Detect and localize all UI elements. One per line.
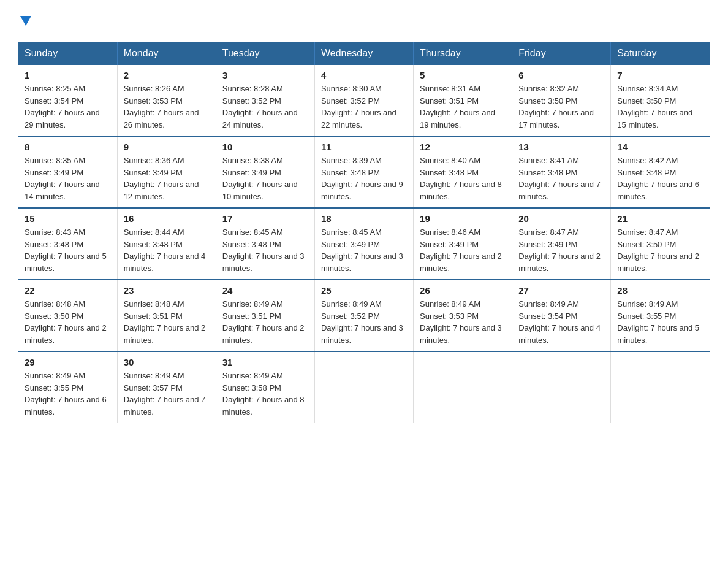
- day-number: 28: [617, 285, 703, 296]
- calendar-week-row: 22 Sunrise: 8:48 AM Sunset: 3:50 PM Dayl…: [18, 280, 710, 351]
- day-info: Sunrise: 8:49 AM Sunset: 3:53 PM Dayligh…: [420, 298, 506, 346]
- day-info: Sunrise: 8:49 AM Sunset: 3:55 PM Dayligh…: [617, 298, 703, 346]
- day-info: Sunrise: 8:30 AM Sunset: 3:52 PM Dayligh…: [321, 83, 407, 131]
- day-number: 13: [518, 142, 604, 152]
- day-of-week-header: Wednesday: [314, 42, 413, 65]
- day-number: 8: [25, 142, 111, 152]
- calendar-day-cell: 12 Sunrise: 8:40 AM Sunset: 3:48 PM Dayl…: [414, 136, 512, 208]
- day-info: Sunrise: 8:40 AM Sunset: 3:48 PM Dayligh…: [420, 155, 506, 202]
- day-info: Sunrise: 8:49 AM Sunset: 3:52 PM Dayligh…: [321, 298, 407, 346]
- day-info: Sunrise: 8:49 AM Sunset: 3:58 PM Dayligh…: [222, 370, 308, 418]
- day-info: Sunrise: 8:49 AM Sunset: 3:54 PM Dayligh…: [518, 298, 604, 346]
- day-number: 6: [518, 70, 604, 80]
- calendar-day-cell: 19 Sunrise: 8:46 AM Sunset: 3:49 PM Dayl…: [414, 208, 512, 280]
- calendar-day-cell: [611, 351, 710, 423]
- calendar-week-row: 8 Sunrise: 8:35 AM Sunset: 3:49 PM Dayli…: [18, 136, 710, 208]
- day-info: Sunrise: 8:44 AM Sunset: 3:48 PM Dayligh…: [124, 226, 210, 274]
- day-info: Sunrise: 8:49 AM Sunset: 3:57 PM Dayligh…: [124, 370, 210, 418]
- day-info: Sunrise: 8:32 AM Sunset: 3:50 PM Dayligh…: [518, 83, 604, 131]
- calendar-day-cell: 13 Sunrise: 8:41 AM Sunset: 3:48 PM Dayl…: [512, 136, 611, 208]
- day-number: 24: [222, 285, 308, 296]
- calendar-day-cell: 30 Sunrise: 8:49 AM Sunset: 3:57 PM Dayl…: [117, 351, 216, 423]
- calendar-header-row: SundayMondayTuesdayWednesdayThursdayFrid…: [18, 42, 710, 65]
- day-number: 25: [321, 285, 407, 296]
- calendar-day-cell: 11 Sunrise: 8:39 AM Sunset: 3:48 PM Dayl…: [314, 136, 413, 208]
- calendar-week-row: 1 Sunrise: 8:25 AM Sunset: 3:54 PM Dayli…: [18, 65, 710, 136]
- calendar-day-cell: 18 Sunrise: 8:45 AM Sunset: 3:49 PM Dayl…: [314, 208, 413, 280]
- day-info: Sunrise: 8:35 AM Sunset: 3:49 PM Dayligh…: [25, 155, 111, 202]
- day-number: 9: [124, 142, 210, 152]
- page-header: [18, 12, 710, 29]
- day-number: 12: [420, 142, 506, 152]
- day-of-week-header: Saturday: [611, 42, 710, 65]
- day-number: 3: [222, 70, 308, 80]
- calendar-table: SundayMondayTuesdayWednesdayThursdayFrid…: [18, 42, 710, 423]
- day-info: Sunrise: 8:49 AM Sunset: 3:51 PM Dayligh…: [222, 298, 308, 346]
- day-number: 19: [420, 213, 506, 224]
- day-of-week-header: Sunday: [18, 42, 117, 65]
- calendar-week-row: 15 Sunrise: 8:43 AM Sunset: 3:48 PM Dayl…: [18, 208, 710, 280]
- calendar-day-cell: 5 Sunrise: 8:31 AM Sunset: 3:51 PM Dayli…: [414, 65, 512, 136]
- calendar-day-cell: [414, 351, 512, 423]
- calendar-day-cell: 10 Sunrise: 8:38 AM Sunset: 3:49 PM Dayl…: [216, 136, 314, 208]
- calendar-day-cell: 26 Sunrise: 8:49 AM Sunset: 3:53 PM Dayl…: [414, 280, 512, 351]
- calendar-day-cell: 25 Sunrise: 8:49 AM Sunset: 3:52 PM Dayl…: [314, 280, 413, 351]
- logo-row1: [18, 12, 31, 29]
- logo-arrow-icon: [20, 12, 31, 29]
- day-number: 17: [222, 213, 308, 224]
- calendar-day-cell: 15 Sunrise: 8:43 AM Sunset: 3:48 PM Dayl…: [18, 208, 117, 280]
- calendar-day-cell: 20 Sunrise: 8:47 AM Sunset: 3:49 PM Dayl…: [512, 208, 611, 280]
- day-info: Sunrise: 8:41 AM Sunset: 3:48 PM Dayligh…: [518, 155, 604, 202]
- calendar-day-cell: 1 Sunrise: 8:25 AM Sunset: 3:54 PM Dayli…: [18, 65, 117, 136]
- day-info: Sunrise: 8:47 AM Sunset: 3:50 PM Dayligh…: [617, 226, 703, 274]
- day-number: 26: [420, 285, 506, 296]
- day-number: 7: [617, 70, 703, 80]
- calendar-day-cell: 22 Sunrise: 8:48 AM Sunset: 3:50 PM Dayl…: [18, 280, 117, 351]
- day-info: Sunrise: 8:42 AM Sunset: 3:48 PM Dayligh…: [617, 155, 703, 202]
- calendar-day-cell: 24 Sunrise: 8:49 AM Sunset: 3:51 PM Dayl…: [216, 280, 314, 351]
- day-number: 2: [124, 70, 210, 80]
- day-info: Sunrise: 8:28 AM Sunset: 3:52 PM Dayligh…: [222, 83, 308, 131]
- day-info: Sunrise: 8:31 AM Sunset: 3:51 PM Dayligh…: [420, 83, 506, 131]
- calendar-day-cell: 23 Sunrise: 8:48 AM Sunset: 3:51 PM Dayl…: [117, 280, 216, 351]
- day-number: 23: [124, 285, 210, 296]
- day-of-week-header: Monday: [117, 42, 216, 65]
- day-number: 14: [617, 142, 703, 152]
- day-number: 10: [222, 142, 308, 152]
- calendar-day-cell: 28 Sunrise: 8:49 AM Sunset: 3:55 PM Dayl…: [611, 280, 710, 351]
- calendar-day-cell: 3 Sunrise: 8:28 AM Sunset: 3:52 PM Dayli…: [216, 65, 314, 136]
- day-info: Sunrise: 8:43 AM Sunset: 3:48 PM Dayligh…: [25, 226, 111, 274]
- day-number: 11: [321, 142, 407, 152]
- calendar-day-cell: 16 Sunrise: 8:44 AM Sunset: 3:48 PM Dayl…: [117, 208, 216, 280]
- day-of-week-header: Thursday: [414, 42, 512, 65]
- calendar-day-cell: 8 Sunrise: 8:35 AM Sunset: 3:49 PM Dayli…: [18, 136, 117, 208]
- calendar-day-cell: 6 Sunrise: 8:32 AM Sunset: 3:50 PM Dayli…: [512, 65, 611, 136]
- calendar-day-cell: 14 Sunrise: 8:42 AM Sunset: 3:48 PM Dayl…: [611, 136, 710, 208]
- day-number: 5: [420, 70, 506, 80]
- day-info: Sunrise: 8:46 AM Sunset: 3:49 PM Dayligh…: [420, 226, 506, 274]
- day-info: Sunrise: 8:39 AM Sunset: 3:48 PM Dayligh…: [321, 155, 407, 202]
- day-number: 15: [25, 213, 111, 224]
- day-number: 31: [222, 357, 308, 367]
- day-info: Sunrise: 8:36 AM Sunset: 3:49 PM Dayligh…: [124, 155, 210, 202]
- day-info: Sunrise: 8:38 AM Sunset: 3:49 PM Dayligh…: [222, 155, 308, 202]
- calendar-day-cell: 27 Sunrise: 8:49 AM Sunset: 3:54 PM Dayl…: [512, 280, 611, 351]
- day-of-week-header: Tuesday: [216, 42, 314, 65]
- day-number: 21: [617, 213, 703, 224]
- calendar-day-cell: [512, 351, 611, 423]
- svg-marker-0: [20, 16, 31, 26]
- calendar-day-cell: 7 Sunrise: 8:34 AM Sunset: 3:50 PM Dayli…: [611, 65, 710, 136]
- day-number: 18: [321, 213, 407, 224]
- day-info: Sunrise: 8:48 AM Sunset: 3:50 PM Dayligh…: [25, 298, 111, 346]
- day-info: Sunrise: 8:34 AM Sunset: 3:50 PM Dayligh…: [617, 83, 703, 131]
- day-info: Sunrise: 8:45 AM Sunset: 3:48 PM Dayligh…: [222, 226, 308, 274]
- calendar-day-cell: 31 Sunrise: 8:49 AM Sunset: 3:58 PM Dayl…: [216, 351, 314, 423]
- day-info: Sunrise: 8:45 AM Sunset: 3:49 PM Dayligh…: [321, 226, 407, 274]
- day-info: Sunrise: 8:48 AM Sunset: 3:51 PM Dayligh…: [124, 298, 210, 346]
- calendar-day-cell: 2 Sunrise: 8:26 AM Sunset: 3:53 PM Dayli…: [117, 65, 216, 136]
- calendar-day-cell: 29 Sunrise: 8:49 AM Sunset: 3:55 PM Dayl…: [18, 351, 117, 423]
- day-info: Sunrise: 8:47 AM Sunset: 3:49 PM Dayligh…: [518, 226, 604, 274]
- calendar-day-cell: 4 Sunrise: 8:30 AM Sunset: 3:52 PM Dayli…: [314, 65, 413, 136]
- day-number: 29: [25, 357, 111, 367]
- day-info: Sunrise: 8:26 AM Sunset: 3:53 PM Dayligh…: [124, 83, 210, 131]
